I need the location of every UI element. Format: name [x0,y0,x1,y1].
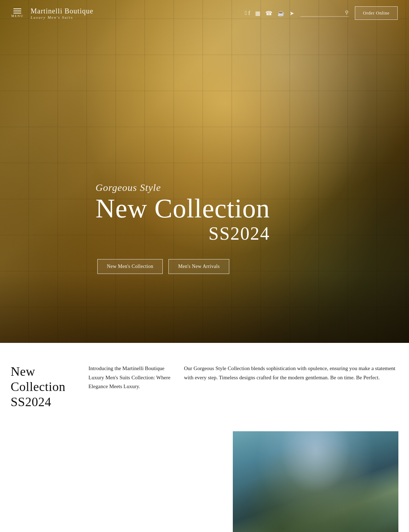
info-heading: New Collection SS2024 [11,364,78,410]
telegram-icon[interactable]: ➤ [289,10,294,17]
hero-title: New Collection [96,195,270,222]
header: MENU Martinelli Boutique Luxury Men's Su… [0,0,409,26]
info-intro-text: Introducing the Martinelli Boutique Luxu… [88,364,173,391]
info-col-heading: New Collection SS2024 [0,364,85,410]
second-image: View Collection [233,431,398,532]
info-description-text: Our Gorgeous Style Collection blends sop… [184,364,398,382]
social-icons:  f ▦ ☎ ☕ ➤ [245,10,294,17]
header-right:  f ▦ ☎ ☕ ➤ ⚲ Order Online [245,6,398,20]
whatsapp-icon[interactable]: ☕ [277,10,284,17]
viber-icon[interactable]: ☎ [265,10,272,17]
second-figure [233,431,398,532]
hero-bottom-fade [0,272,409,343]
info-col-description: Our Gorgeous Style Collection blends sop… [180,364,409,410]
search-input[interactable] [300,10,343,15]
hero-subtitle: Gorgeous Style [96,182,270,193]
hero-buttons: New Men's Collection Men's New Arrivals [97,259,229,274]
instagram-icon[interactable]: ▦ [255,10,260,17]
menu-button[interactable]: MENU [11,8,24,18]
new-mens-collection-button[interactable]: New Men's Collection [97,259,163,274]
second-image-section: View Collection [0,431,409,532]
menu-label: MENU [11,14,24,18]
mens-new-arrivals-button[interactable]: Men's New Arrivals [168,259,229,274]
hero-section: Gorgeous Style New Collection SS2024 New… [0,0,409,343]
header-left: MENU Martinelli Boutique Luxury Men's Su… [11,7,93,19]
brand: Martinelli Boutique Luxury Men's Suits [31,7,93,19]
order-online-button[interactable]: Order Online [355,6,398,20]
hero-year: SS2024 [96,223,270,244]
brand-tagline: Luxury Men's Suits [31,15,93,19]
brand-name: Martinelli Boutique [31,7,93,15]
facebook-icon[interactable]:  f [245,10,250,16]
search-icon[interactable]: ⚲ [345,10,348,16]
info-section: New Collection SS2024 Introducing the Ma… [0,343,409,431]
menu-icon [13,8,21,13]
search-bar: ⚲ [300,10,348,17]
info-heading-line1: New Collection [11,364,65,394]
info-heading-line2: SS2024 [11,395,51,409]
info-col-intro: Introducing the Martinelli Boutique Luxu… [85,364,180,410]
hero-content: Gorgeous Style New Collection SS2024 [96,182,270,244]
